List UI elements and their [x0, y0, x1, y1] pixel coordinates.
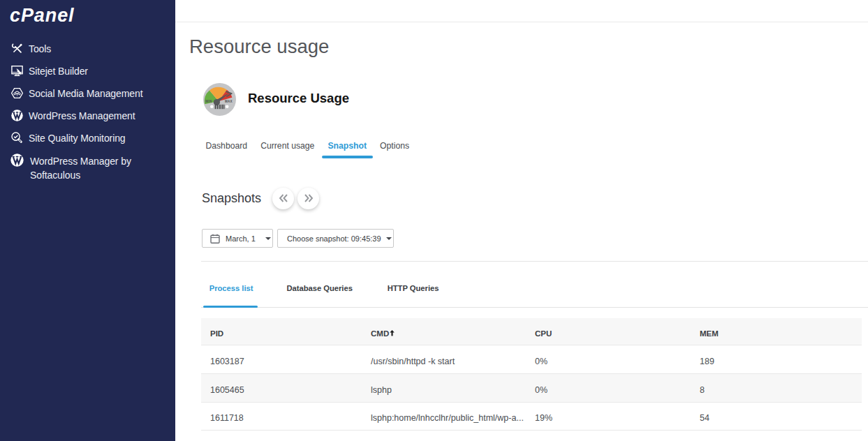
- svg-text:MAX: MAX: [225, 100, 233, 103]
- svg-text:MIN: MIN: [205, 100, 212, 103]
